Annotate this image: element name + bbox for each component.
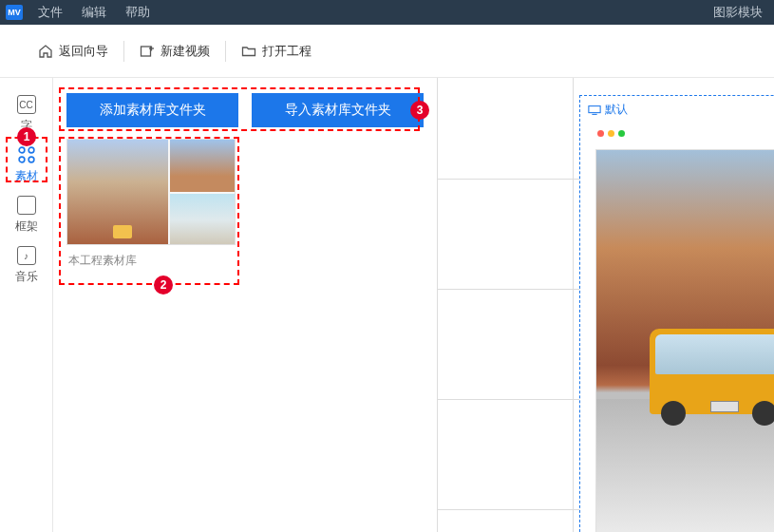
- rail-label: 音乐: [15, 269, 38, 285]
- rail-label: 素材: [15, 168, 38, 184]
- new-video-button[interactable]: 新建视频: [130, 37, 219, 66]
- toolbar-label: 新建视频: [160, 43, 210, 60]
- open-folder-icon: [241, 44, 256, 59]
- music-icon: ♪: [17, 246, 36, 265]
- folder-title: 本工程素材库: [66, 245, 236, 271]
- dot-close-icon: [597, 130, 604, 137]
- svg-point-4: [28, 147, 34, 153]
- window-dots: [597, 130, 625, 137]
- svg-point-3: [19, 147, 25, 153]
- license-plate-graphic: [710, 401, 739, 412]
- svg-point-6: [28, 157, 34, 162]
- callout-badge-3: 3: [410, 101, 429, 120]
- canvas[interactable]: 默认: [437, 78, 774, 532]
- app-logo: MV: [6, 5, 23, 20]
- preview-device[interactable]: 默认: [579, 95, 774, 532]
- svg-point-5: [19, 157, 25, 162]
- folder-thumbnail: [66, 139, 236, 245]
- svg-rect-7: [589, 105, 600, 112]
- grid-icon: [17, 145, 36, 164]
- toolbar: 返回向导 新建视频 打开工程: [0, 25, 774, 78]
- open-project-button[interactable]: 打开工程: [232, 37, 321, 66]
- main: CC 字 素材 框架 ♪ 音乐 1 添加素材库文件夹 导入素材库文件夹: [0, 78, 774, 532]
- cc-icon: CC: [17, 95, 36, 114]
- add-material-folder-button[interactable]: 添加素材库文件夹: [66, 93, 238, 127]
- rail-music[interactable]: ♪ 音乐: [8, 246, 46, 285]
- device-icon: [588, 104, 601, 116]
- back-to-wizard-button[interactable]: 返回向导: [28, 37, 118, 66]
- menubar: MV 文件 编辑 帮助 图影模块: [0, 0, 774, 25]
- frame-icon: [17, 196, 36, 215]
- toolbar-separator: [225, 41, 226, 62]
- button-row: 添加素材库文件夹 导入素材库文件夹: [63, 87, 427, 139]
- toolbar-label: 返回向导: [59, 43, 108, 60]
- toolbar-separator: [123, 41, 124, 62]
- menu-edit[interactable]: 编辑: [72, 4, 116, 21]
- preview-image: [595, 149, 774, 532]
- new-video-icon: [140, 44, 155, 59]
- preview-title: 默认: [588, 102, 628, 118]
- rail-material[interactable]: 素材: [8, 145, 46, 184]
- home-icon: [38, 44, 53, 59]
- menu-file[interactable]: 文件: [28, 4, 72, 21]
- dot-min-icon: [608, 130, 614, 137]
- callout-badge-2: 2: [154, 276, 173, 294]
- dot-max-icon: [618, 130, 625, 137]
- rail-label: 框架: [15, 218, 38, 235]
- import-material-folder-button[interactable]: 导入素材库文件夹: [252, 93, 424, 127]
- toolbar-label: 打开工程: [262, 43, 311, 60]
- menu-right-module[interactable]: 图影模块: [713, 4, 768, 21]
- material-folder[interactable]: 本工程素材库: [66, 139, 236, 271]
- rail-frame[interactable]: 框架: [8, 196, 46, 235]
- side-rail: CC 字 素材 框架 ♪ 音乐 1: [0, 78, 53, 532]
- material-panel: 添加素材库文件夹 导入素材库文件夹 本工程素材库 3 2: [53, 78, 437, 532]
- preview-title-text: 默认: [605, 102, 628, 118]
- content: 添加素材库文件夹 导入素材库文件夹 本工程素材库 3 2: [53, 78, 774, 532]
- callout-badge-1: 1: [17, 127, 36, 146]
- folder-row: 本工程素材库: [63, 139, 427, 271]
- menu-help[interactable]: 帮助: [116, 4, 160, 21]
